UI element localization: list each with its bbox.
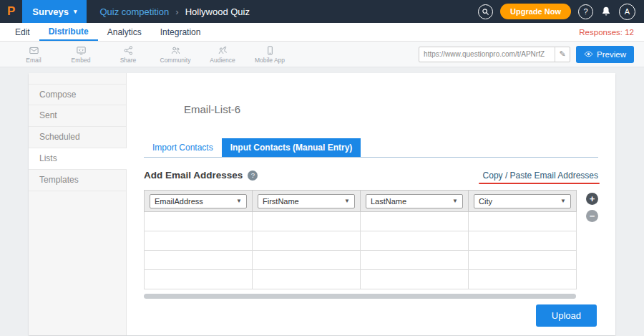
- add-row-button[interactable]: +: [586, 193, 598, 205]
- search-icon: [482, 8, 489, 16]
- audience-icon: [218, 45, 228, 56]
- toolbar-item-share[interactable]: Share: [104, 45, 152, 64]
- table-row: [145, 251, 577, 270]
- table-cell[interactable]: [253, 251, 361, 270]
- column-select-last-name[interactable]: LastName▼: [366, 194, 463, 208]
- topbar-actions: Upgrade Now ? A: [478, 4, 644, 20]
- user-avatar[interactable]: A: [619, 4, 635, 20]
- eye-icon: [584, 49, 593, 59]
- table-row: [145, 231, 577, 251]
- column-select-value: City: [479, 197, 492, 206]
- table-cell[interactable]: [253, 212, 361, 231]
- tab-edit[interactable]: Edit: [6, 23, 39, 41]
- breadcrumb-parent-link[interactable]: Quiz competition: [99, 6, 169, 17]
- table-cell[interactable]: [145, 270, 253, 289]
- sidebar-item-sent[interactable]: Sent: [29, 105, 126, 127]
- horizontal-scrollbar[interactable]: [144, 294, 576, 299]
- table-cell[interactable]: [469, 270, 577, 289]
- toolbar-item-label: Share: [120, 57, 137, 64]
- upgrade-now-button[interactable]: Upgrade Now: [500, 4, 571, 19]
- table-cell[interactable]: [361, 212, 469, 231]
- pencil-icon: ✎: [559, 49, 565, 59]
- table-cell[interactable]: [253, 270, 361, 289]
- community-icon: [170, 45, 181, 56]
- preview-label: Preview: [597, 50, 626, 59]
- tab-input-contacts-manual[interactable]: Input Contacts (Manual Entry): [222, 138, 361, 157]
- row-controls: + −: [586, 190, 598, 222]
- tab-analytics[interactable]: Analytics: [98, 23, 151, 41]
- section-title: Add Email Addresses: [144, 170, 243, 181]
- survey-url-box: ✎: [419, 47, 570, 62]
- table-cell[interactable]: [145, 231, 253, 251]
- table-cell[interactable]: [145, 251, 253, 270]
- help-label: ?: [583, 7, 587, 16]
- sidebar-item-scheduled[interactable]: Scheduled: [29, 127, 126, 148]
- table-cell[interactable]: [469, 231, 577, 251]
- toolbar-item-label: Email: [26, 57, 41, 64]
- table-cell[interactable]: [469, 212, 577, 231]
- toolbar-item-embed[interactable]: Embed: [57, 45, 104, 64]
- notifications-bell-icon[interactable]: [600, 6, 612, 17]
- tab-distribute[interactable]: Distribute: [39, 23, 98, 41]
- toolbar-item-label: Mobile App: [255, 57, 285, 64]
- toolbar-right: ✎ Preview: [419, 46, 634, 63]
- table-cell[interactable]: [361, 231, 469, 251]
- section-header: Add Email Addresses ? Copy / Paste Email…: [144, 170, 598, 181]
- copy-paste-link[interactable]: Copy / Paste Email Addresses: [483, 171, 598, 181]
- contacts-table: EmailAddress▼ FirstName▼ LastName▼ City▼: [144, 190, 577, 289]
- product-menu-surveys[interactable]: Surveys ▾: [22, 0, 87, 23]
- toolbar-item-audience[interactable]: Audience: [199, 45, 246, 64]
- tab-integration[interactable]: Integration: [151, 23, 210, 41]
- email-sidebar: Compose Sent Scheduled Lists Templates: [29, 73, 127, 335]
- mobile-app-icon: [265, 45, 275, 56]
- share-icon: [123, 45, 134, 56]
- questionpro-logo[interactable]: P: [0, 4, 22, 19]
- page-title: Email-List-6: [184, 103, 598, 115]
- sidebar-item-templates[interactable]: Templates: [29, 170, 126, 191]
- chevron-down-icon: ▼: [560, 198, 566, 204]
- table-cell[interactable]: [361, 251, 469, 270]
- table-cell[interactable]: [253, 231, 361, 251]
- toolbar-item-email[interactable]: Email: [10, 45, 57, 64]
- contacts-grid-wrap: EmailAddress▼ FirstName▼ LastName▼ City▼…: [144, 190, 598, 289]
- table-row: [145, 270, 577, 289]
- column-select-value: LastName: [371, 197, 406, 206]
- toolbar-item-mobile-app[interactable]: Mobile App: [246, 45, 293, 64]
- help-button[interactable]: ?: [578, 4, 593, 19]
- table-cell[interactable]: [145, 212, 253, 231]
- help-icon[interactable]: ?: [248, 171, 258, 181]
- column-select-email-address[interactable]: EmailAddress▼: [150, 194, 247, 208]
- avatar-initial: A: [625, 7, 630, 16]
- column-select-value: EmailAddress: [155, 197, 203, 206]
- survey-nav: Edit Distribute Analytics Integration Re…: [0, 23, 644, 42]
- top-bar: P Surveys ▾ Quiz competition › Hollywood…: [0, 0, 644, 23]
- contacts-tabs: Import Contacts Input Contacts (Manual E…: [144, 138, 598, 158]
- chevron-down-icon: ▼: [344, 198, 350, 204]
- toolbar-item-community[interactable]: Community: [152, 45, 199, 64]
- list-content: Email-List-6 Import Contacts Input Conta…: [127, 73, 615, 335]
- breadcrumb-current: Hollywood Quiz: [185, 6, 250, 17]
- sidebar-item-compose[interactable]: Compose: [29, 84, 126, 105]
- edit-url-button[interactable]: ✎: [555, 47, 570, 62]
- preview-button[interactable]: Preview: [576, 46, 634, 63]
- survey-url-input[interactable]: [419, 50, 555, 58]
- table-cell[interactable]: [361, 270, 469, 289]
- main-card: Compose Sent Scheduled Lists Templates E…: [29, 73, 615, 335]
- upload-button[interactable]: Upload: [536, 304, 597, 327]
- embed-icon: [76, 45, 87, 56]
- column-select-city[interactable]: City▼: [474, 194, 571, 208]
- search-button[interactable]: [478, 4, 493, 19]
- breadcrumb: Quiz competition › Hollywood Quiz: [99, 6, 250, 17]
- tab-import-contacts[interactable]: Import Contacts: [144, 138, 222, 157]
- table-cell[interactable]: [469, 251, 577, 270]
- toolbar-item-label: Audience: [210, 57, 235, 64]
- product-menu-label: Surveys: [32, 6, 69, 17]
- toolbar-item-label: Community: [160, 57, 191, 64]
- remove-row-button[interactable]: −: [586, 210, 598, 222]
- column-select-value: FirstName: [263, 197, 299, 206]
- responses-count[interactable]: Responses: 12: [579, 28, 644, 37]
- breadcrumb-separator: ›: [175, 6, 178, 17]
- column-select-first-name[interactable]: FirstName▼: [258, 194, 355, 208]
- table-header-row: EmailAddress▼ FirstName▼ LastName▼ City▼: [145, 191, 577, 212]
- sidebar-item-lists[interactable]: Lists: [29, 148, 127, 170]
